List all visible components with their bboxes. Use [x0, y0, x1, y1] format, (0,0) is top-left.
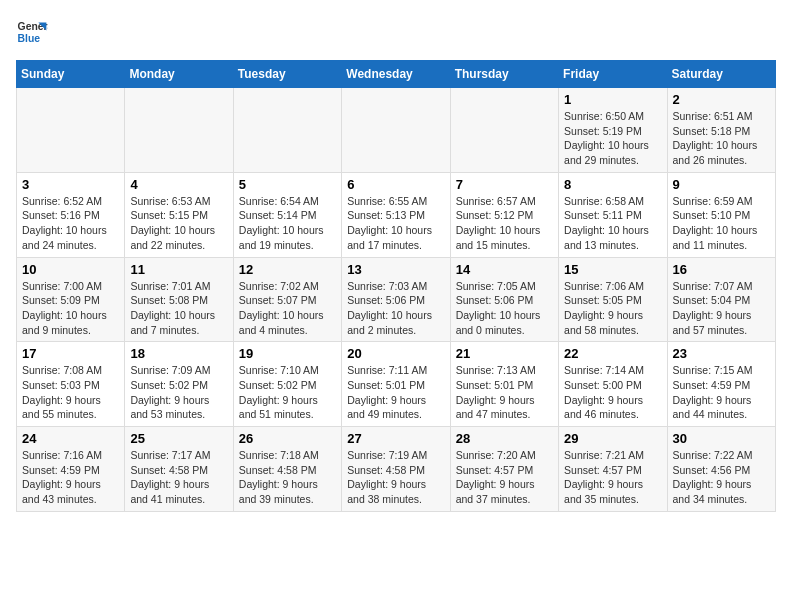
calendar-cell: 29Sunrise: 7:21 AM Sunset: 4:57 PM Dayli… [559, 427, 667, 512]
day-number: 14 [456, 262, 553, 277]
day-number: 1 [564, 92, 661, 107]
day-info: Sunrise: 6:50 AM Sunset: 5:19 PM Dayligh… [564, 109, 661, 168]
calendar-cell: 23Sunrise: 7:15 AM Sunset: 4:59 PM Dayli… [667, 342, 775, 427]
day-info: Sunrise: 7:19 AM Sunset: 4:58 PM Dayligh… [347, 448, 444, 507]
day-info: Sunrise: 7:18 AM Sunset: 4:58 PM Dayligh… [239, 448, 336, 507]
day-info: Sunrise: 6:59 AM Sunset: 5:10 PM Dayligh… [673, 194, 770, 253]
calendar-cell: 26Sunrise: 7:18 AM Sunset: 4:58 PM Dayli… [233, 427, 341, 512]
calendar-cell: 4Sunrise: 6:53 AM Sunset: 5:15 PM Daylig… [125, 172, 233, 257]
day-number: 12 [239, 262, 336, 277]
day-number: 10 [22, 262, 119, 277]
weekday-header: Friday [559, 61, 667, 88]
calendar-cell: 25Sunrise: 7:17 AM Sunset: 4:58 PM Dayli… [125, 427, 233, 512]
weekday-header: Thursday [450, 61, 558, 88]
calendar-cell: 11Sunrise: 7:01 AM Sunset: 5:08 PM Dayli… [125, 257, 233, 342]
day-number: 30 [673, 431, 770, 446]
calendar-week-row: 1Sunrise: 6:50 AM Sunset: 5:19 PM Daylig… [17, 88, 776, 173]
calendar-week-row: 3Sunrise: 6:52 AM Sunset: 5:16 PM Daylig… [17, 172, 776, 257]
day-number: 17 [22, 346, 119, 361]
day-info: Sunrise: 6:51 AM Sunset: 5:18 PM Dayligh… [673, 109, 770, 168]
day-number: 24 [22, 431, 119, 446]
calendar-cell: 6Sunrise: 6:55 AM Sunset: 5:13 PM Daylig… [342, 172, 450, 257]
calendar-cell: 20Sunrise: 7:11 AM Sunset: 5:01 PM Dayli… [342, 342, 450, 427]
calendar-cell: 8Sunrise: 6:58 AM Sunset: 5:11 PM Daylig… [559, 172, 667, 257]
day-number: 7 [456, 177, 553, 192]
day-number: 25 [130, 431, 227, 446]
calendar-cell [17, 88, 125, 173]
calendar-cell [450, 88, 558, 173]
weekday-header: Wednesday [342, 61, 450, 88]
calendar-cell: 15Sunrise: 7:06 AM Sunset: 5:05 PM Dayli… [559, 257, 667, 342]
day-info: Sunrise: 7:05 AM Sunset: 5:06 PM Dayligh… [456, 279, 553, 338]
calendar-cell: 28Sunrise: 7:20 AM Sunset: 4:57 PM Dayli… [450, 427, 558, 512]
calendar-cell: 10Sunrise: 7:00 AM Sunset: 5:09 PM Dayli… [17, 257, 125, 342]
day-number: 16 [673, 262, 770, 277]
calendar-cell [233, 88, 341, 173]
day-info: Sunrise: 7:16 AM Sunset: 4:59 PM Dayligh… [22, 448, 119, 507]
day-number: 26 [239, 431, 336, 446]
day-number: 19 [239, 346, 336, 361]
day-info: Sunrise: 7:20 AM Sunset: 4:57 PM Dayligh… [456, 448, 553, 507]
calendar-cell [342, 88, 450, 173]
calendar-cell: 1Sunrise: 6:50 AM Sunset: 5:19 PM Daylig… [559, 88, 667, 173]
day-number: 5 [239, 177, 336, 192]
day-info: Sunrise: 7:01 AM Sunset: 5:08 PM Dayligh… [130, 279, 227, 338]
day-info: Sunrise: 7:13 AM Sunset: 5:01 PM Dayligh… [456, 363, 553, 422]
calendar-cell: 14Sunrise: 7:05 AM Sunset: 5:06 PM Dayli… [450, 257, 558, 342]
calendar-cell: 9Sunrise: 6:59 AM Sunset: 5:10 PM Daylig… [667, 172, 775, 257]
day-number: 27 [347, 431, 444, 446]
day-number: 4 [130, 177, 227, 192]
page-header: General Blue [16, 16, 776, 48]
calendar-week-row: 24Sunrise: 7:16 AM Sunset: 4:59 PM Dayli… [17, 427, 776, 512]
day-info: Sunrise: 6:55 AM Sunset: 5:13 PM Dayligh… [347, 194, 444, 253]
logo: General Blue [16, 16, 52, 48]
day-info: Sunrise: 7:02 AM Sunset: 5:07 PM Dayligh… [239, 279, 336, 338]
day-info: Sunrise: 6:53 AM Sunset: 5:15 PM Dayligh… [130, 194, 227, 253]
calendar-week-row: 17Sunrise: 7:08 AM Sunset: 5:03 PM Dayli… [17, 342, 776, 427]
day-info: Sunrise: 7:14 AM Sunset: 5:00 PM Dayligh… [564, 363, 661, 422]
day-number: 9 [673, 177, 770, 192]
calendar-cell: 27Sunrise: 7:19 AM Sunset: 4:58 PM Dayli… [342, 427, 450, 512]
day-number: 29 [564, 431, 661, 446]
calendar-cell: 2Sunrise: 6:51 AM Sunset: 5:18 PM Daylig… [667, 88, 775, 173]
day-info: Sunrise: 7:17 AM Sunset: 4:58 PM Dayligh… [130, 448, 227, 507]
day-info: Sunrise: 7:15 AM Sunset: 4:59 PM Dayligh… [673, 363, 770, 422]
day-info: Sunrise: 7:09 AM Sunset: 5:02 PM Dayligh… [130, 363, 227, 422]
day-number: 15 [564, 262, 661, 277]
calendar-cell: 24Sunrise: 7:16 AM Sunset: 4:59 PM Dayli… [17, 427, 125, 512]
day-number: 8 [564, 177, 661, 192]
weekday-header: Sunday [17, 61, 125, 88]
day-info: Sunrise: 7:08 AM Sunset: 5:03 PM Dayligh… [22, 363, 119, 422]
day-number: 6 [347, 177, 444, 192]
day-number: 21 [456, 346, 553, 361]
weekday-header: Tuesday [233, 61, 341, 88]
calendar-cell [125, 88, 233, 173]
day-number: 18 [130, 346, 227, 361]
day-info: Sunrise: 7:06 AM Sunset: 5:05 PM Dayligh… [564, 279, 661, 338]
calendar-cell: 16Sunrise: 7:07 AM Sunset: 5:04 PM Dayli… [667, 257, 775, 342]
day-number: 2 [673, 92, 770, 107]
day-info: Sunrise: 7:10 AM Sunset: 5:02 PM Dayligh… [239, 363, 336, 422]
calendar-cell: 30Sunrise: 7:22 AM Sunset: 4:56 PM Dayli… [667, 427, 775, 512]
calendar-cell: 5Sunrise: 6:54 AM Sunset: 5:14 PM Daylig… [233, 172, 341, 257]
day-number: 28 [456, 431, 553, 446]
logo-icon: General Blue [16, 16, 48, 48]
day-info: Sunrise: 7:00 AM Sunset: 5:09 PM Dayligh… [22, 279, 119, 338]
day-number: 11 [130, 262, 227, 277]
calendar-cell: 21Sunrise: 7:13 AM Sunset: 5:01 PM Dayli… [450, 342, 558, 427]
calendar-table: SundayMondayTuesdayWednesdayThursdayFrid… [16, 60, 776, 512]
calendar-cell: 22Sunrise: 7:14 AM Sunset: 5:00 PM Dayli… [559, 342, 667, 427]
weekday-header: Monday [125, 61, 233, 88]
day-info: Sunrise: 7:11 AM Sunset: 5:01 PM Dayligh… [347, 363, 444, 422]
day-info: Sunrise: 6:52 AM Sunset: 5:16 PM Dayligh… [22, 194, 119, 253]
day-number: 3 [22, 177, 119, 192]
day-number: 20 [347, 346, 444, 361]
day-info: Sunrise: 7:07 AM Sunset: 5:04 PM Dayligh… [673, 279, 770, 338]
calendar-cell: 19Sunrise: 7:10 AM Sunset: 5:02 PM Dayli… [233, 342, 341, 427]
calendar-cell: 12Sunrise: 7:02 AM Sunset: 5:07 PM Dayli… [233, 257, 341, 342]
day-number: 23 [673, 346, 770, 361]
day-info: Sunrise: 6:57 AM Sunset: 5:12 PM Dayligh… [456, 194, 553, 253]
day-info: Sunrise: 7:22 AM Sunset: 4:56 PM Dayligh… [673, 448, 770, 507]
calendar-cell: 3Sunrise: 6:52 AM Sunset: 5:16 PM Daylig… [17, 172, 125, 257]
calendar-cell: 7Sunrise: 6:57 AM Sunset: 5:12 PM Daylig… [450, 172, 558, 257]
